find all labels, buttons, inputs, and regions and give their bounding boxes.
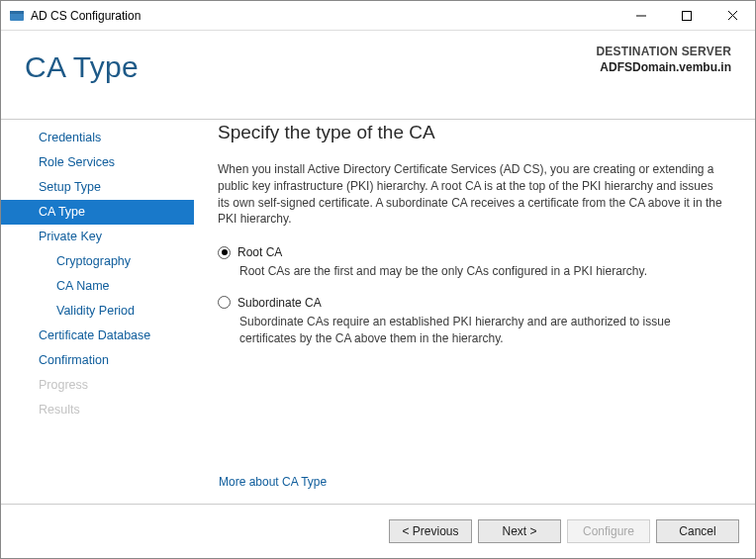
destination-server: ADFSDomain.vembu.in bbox=[596, 60, 731, 74]
radio-icon[interactable] bbox=[218, 246, 231, 259]
destination-block: DESTINATION SERVER ADFSDomain.vembu.in bbox=[596, 45, 731, 74]
sidebar-item-ca-type[interactable]: CA Type bbox=[1, 200, 194, 225]
previous-button[interactable]: < Previous bbox=[389, 519, 472, 543]
radio-icon[interactable] bbox=[218, 296, 231, 309]
configure-button: Configure bbox=[567, 519, 650, 543]
close-button[interactable] bbox=[709, 1, 755, 30]
svg-rect-1 bbox=[10, 11, 24, 14]
sidebar-item-ca-name[interactable]: CA Name bbox=[1, 274, 194, 299]
wizard-body: CredentialsRole ServicesSetup TypeCA Typ… bbox=[1, 120, 755, 501]
option-label: Subordinate CA bbox=[237, 296, 322, 310]
maximize-button[interactable] bbox=[664, 1, 709, 30]
next-button[interactable]: Next > bbox=[478, 519, 561, 543]
content-pane: Specify the type of the CA When you inst… bbox=[194, 120, 755, 501]
sidebar-item-role-services[interactable]: Role Services bbox=[1, 150, 194, 175]
option-description: Subordinate CAs require an established P… bbox=[239, 314, 727, 347]
cancel-button[interactable]: Cancel bbox=[656, 519, 739, 543]
option-description: Root CAs are the first and may be the on… bbox=[239, 263, 727, 280]
svg-rect-3 bbox=[683, 11, 692, 20]
title-bar: AD CS Configuration bbox=[1, 1, 755, 31]
destination-label: DESTINATION SERVER bbox=[596, 45, 731, 58]
app-icon bbox=[9, 8, 25, 24]
radio-option-subordinate-ca[interactable]: Subordinate CA bbox=[218, 296, 727, 310]
sidebar-item-setup-type[interactable]: Setup Type bbox=[1, 175, 194, 200]
sidebar-item-cryptography[interactable]: Cryptography bbox=[1, 249, 194, 274]
window-title: AD CS Configuration bbox=[31, 9, 618, 23]
sidebar-item-progress: Progress bbox=[1, 373, 194, 398]
minimize-button[interactable] bbox=[618, 1, 664, 30]
sidebar: CredentialsRole ServicesSetup TypeCA Typ… bbox=[1, 120, 194, 501]
sidebar-item-private-key[interactable]: Private Key bbox=[1, 225, 194, 249]
content-heading: Specify the type of the CA bbox=[218, 122, 727, 143]
content-description: When you install Active Directory Certif… bbox=[218, 161, 727, 228]
sidebar-item-results: Results bbox=[1, 398, 194, 422]
header: CA Type DESTINATION SERVER ADFSDomain.ve… bbox=[1, 31, 755, 120]
sidebar-item-validity-period[interactable]: Validity Period bbox=[1, 299, 194, 324]
footer: < Previous Next > Configure Cancel bbox=[1, 504, 755, 558]
radio-option-root-ca[interactable]: Root CA bbox=[218, 245, 727, 259]
more-about-link[interactable]: More about CA Type bbox=[219, 475, 327, 489]
sidebar-item-certificate-database[interactable]: Certificate Database bbox=[1, 324, 194, 348]
option-label: Root CA bbox=[237, 245, 282, 259]
window-controls bbox=[618, 1, 755, 30]
sidebar-item-credentials[interactable]: Credentials bbox=[1, 126, 194, 150]
sidebar-item-confirmation[interactable]: Confirmation bbox=[1, 348, 194, 373]
